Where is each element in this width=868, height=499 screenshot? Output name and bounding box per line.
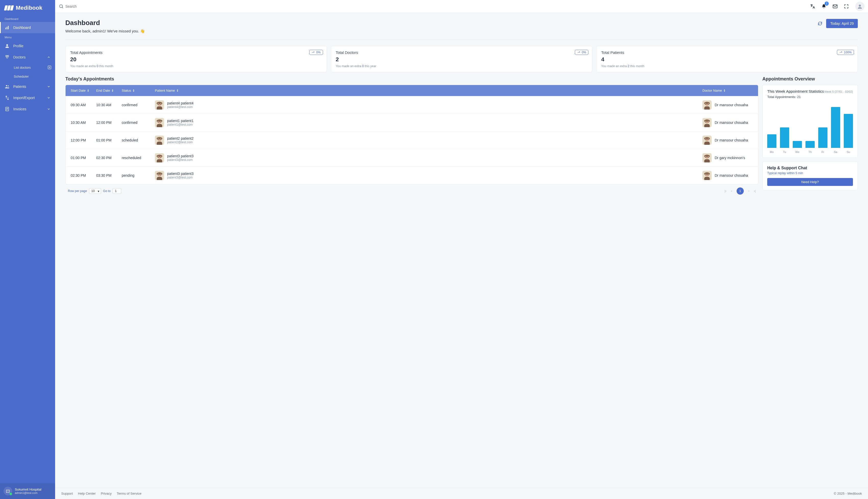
chart-bar: Mo [767,134,776,154]
hospital-name: Sukumvit Hospital [15,487,41,491]
chart-bar: Su [844,114,853,154]
svg-rect-41 [704,142,710,145]
need-help-button[interactable]: Need Help? [767,178,853,186]
overview-title: Appointments Overview [763,76,858,82]
sidebar-sub-list-doctors[interactable]: List doctors [0,63,55,72]
svg-point-4 [5,56,7,57]
notifications-icon[interactable]: 2 [820,3,827,10]
brand-name: Medibook [16,4,42,11]
svg-rect-21 [704,106,710,110]
cell-start: 09:30 AM [69,103,95,107]
sidebar-footer[interactable]: Sukumvit Hospital admin1@test.com [0,483,55,499]
chart-title: This Week Appointment Statistics [767,89,824,94]
sidebar-sub-label: Scheduler [14,75,29,78]
sort-icon: ▲▼ [87,89,89,92]
svg-rect-46 [157,159,162,162]
stat-card: Total Appointments0%20You made an extra … [65,46,327,72]
doctor-cell: Dr mansour chouaha [702,171,748,180]
stat-note: You made an extra 0 this year [336,64,588,68]
table-row[interactable]: 02:30 PM03:30 PMpendingpatient3 patient3… [66,167,758,184]
stat-value: 2 [336,56,588,63]
chart-bar: Tu [780,127,789,154]
stat-note: You made an extra 2 this month [601,64,853,68]
mail-icon[interactable] [832,3,839,10]
doctor-avatar-icon [702,118,712,127]
sidebar-section-menu: Menu [0,33,55,40]
bar-chart-icon [4,25,10,30]
prev-page-icon[interactable]: ‹ [731,189,732,193]
chart-bar: Fr [818,127,828,154]
bar-icon [844,114,853,148]
col-header-start[interactable]: Start Date▲▼ [69,89,95,93]
brand-logo[interactable]: Medibook [0,0,55,15]
refresh-button[interactable] [817,21,822,26]
footer-privacy[interactable]: Privacy [101,491,112,496]
svg-point-13 [859,4,861,7]
footer-help-center[interactable]: Help Center [78,491,96,496]
cell-start: 01:00 PM [69,156,95,160]
sidebar-sub-scheduler[interactable]: Scheduler [0,72,55,81]
patient-email: patient3@test.com [167,176,194,179]
svg-rect-36 [157,142,162,145]
sidebar-item-label: Patients [13,85,26,89]
help-subtitle: Typical replay within 5 min [767,171,853,175]
cell-end: 03:30 PM [95,173,120,178]
patient-email: patient3@test.com [167,158,194,162]
svg-rect-1 [7,27,8,29]
cell-status: rescheduled [120,156,153,160]
search-input[interactable] [64,2,135,11]
appointments-title: Today's Appointments [65,76,758,82]
col-header-patient[interactable]: Patient Name▲▼ [153,89,701,93]
table-row[interactable]: 10:30 AM12:00 PMconfirmedpatient1 patien… [66,114,758,131]
goto-input[interactable] [113,188,121,194]
table-row[interactable]: 01:00 PM02:30 PMrescheduledpatient3 pati… [66,149,758,167]
user-avatar[interactable] [855,2,865,11]
col-header-doctor[interactable]: Doctor Name▲▼ [701,89,754,93]
patient-name: patient3 patient3 [167,172,194,176]
chart-total: Total Appointments: 21 [767,95,853,99]
svg-point-3 [7,44,8,46]
cell-status: scheduled [120,138,153,142]
sidebar-item-profile[interactable]: Profile [0,40,55,52]
bar-label: We [795,150,800,154]
fullscreen-icon[interactable] [843,3,850,10]
patient-email: patient4@test.com [167,105,194,109]
cell-start: 12:00 PM [69,138,95,142]
patient-cell: patient3 patient3patient3@test.com [155,153,194,162]
footer: Support Help Center Privacy Terms of Ser… [55,488,868,499]
current-page[interactable]: 1 [737,187,744,195]
person-icon [4,44,10,49]
rpp-select[interactable]: 10 ▾ [89,188,101,194]
topbar: 2 [55,0,868,13]
sidebar-item-invoices[interactable]: Invoices [0,104,55,115]
table-row[interactable]: 09:30 AM10:30 AMconfirmedpatient4 patien… [66,96,758,114]
first-page-icon[interactable]: |‹ [725,189,726,193]
footer-terms[interactable]: Terms of Service [117,491,142,496]
today-button[interactable]: Today: April 29 [826,19,858,28]
cell-status: confirmed [120,121,153,125]
table-row[interactable]: 12:00 PM01:00 PMscheduledpatient2 patien… [66,131,758,149]
svg-rect-16 [157,106,162,110]
sidebar-item-patients[interactable]: Patients [0,81,55,92]
last-page-icon[interactable]: ›| [754,189,756,193]
logo-icon [4,5,14,11]
translate-icon[interactable] [809,3,816,10]
sidebar-item-import-export[interactable]: Import/Export [0,92,55,104]
svg-rect-2 [8,26,9,29]
goto-label: Go to [103,189,111,193]
patient-avatar-icon [155,171,164,180]
cell-status: pending [120,173,153,178]
cell-end: 01:00 PM [95,138,120,142]
stat-card: Total Doctors0%2You made an extra 0 this… [331,46,592,72]
sidebar-item-doctors[interactable]: Doctors [0,52,55,63]
col-header-end[interactable]: End Date▲▼ [95,89,120,93]
doctor-name: Dr mansour chouaha [715,173,748,178]
sidebar-item-dashboard[interactable]: Dashboard [0,22,55,33]
doctor-cell: Dr gary mckinnon's [702,153,745,162]
col-header-status[interactable]: Status▲▼ [120,89,153,93]
footer-support[interactable]: Support [61,491,73,496]
chart-week-label: Week 5 (27/01 - 02/02) [825,90,853,93]
svg-rect-61 [704,177,710,180]
patient-cell: patient1 patient1patient1@test.com [155,118,194,127]
next-page-icon[interactable]: › [749,189,750,193]
